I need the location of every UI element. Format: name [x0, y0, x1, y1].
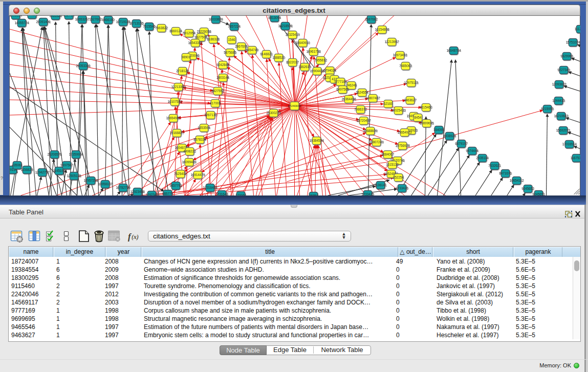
svg-text:12093822: 12093822 [552, 82, 567, 86]
svg-text:12213967: 12213967 [384, 40, 399, 43]
svg-text:8471676: 8471676 [499, 171, 512, 175]
svg-text:8938928: 8938928 [443, 134, 456, 138]
svg-text:14055724: 14055724 [14, 21, 29, 25]
svg-text:1145194: 1145194 [53, 169, 66, 172]
svg-text:7857224: 7857224 [228, 25, 241, 28]
svg-text:6497568: 6497568 [336, 87, 349, 91]
svg-text:1905314: 1905314 [10, 15, 22, 17]
svg-text:16914479: 16914479 [190, 173, 205, 177]
svg-text:16033809: 16033809 [208, 17, 223, 21]
svg-text:12942757: 12942757 [35, 170, 50, 174]
svg-text:1167533: 1167533 [570, 156, 580, 160]
svg-text:16210643: 16210643 [554, 114, 569, 118]
svg-text:12975115: 12975115 [404, 81, 418, 84]
svg-text:6879197: 6879197 [455, 142, 468, 145]
svg-text:2718126: 2718126 [176, 69, 189, 73]
svg-text:20364456: 20364456 [341, 97, 356, 101]
svg-text:16648784: 16648784 [446, 49, 461, 52]
svg-text:8427552: 8427552 [211, 89, 224, 93]
svg-text:1733425: 1733425 [361, 192, 374, 195]
svg-text:9397587: 9397587 [60, 163, 73, 167]
svg-text:6466160: 6466160 [102, 18, 115, 21]
svg-text:19654982: 19654982 [166, 116, 181, 120]
svg-text:25300273: 25300273 [266, 111, 281, 115]
svg-text:10688609: 10688609 [363, 129, 378, 133]
svg-text:2867608: 2867608 [235, 45, 248, 48]
svg-text:17359934: 17359934 [69, 152, 83, 156]
svg-text:16543382: 16543382 [188, 41, 203, 45]
svg-text:1065326: 1065326 [49, 15, 62, 17]
svg-text:9329966: 9329966 [560, 54, 573, 58]
svg-text:6794024: 6794024 [323, 69, 336, 72]
svg-text:1588520: 1588520 [272, 56, 285, 59]
svg-text:435061: 435061 [11, 163, 23, 167]
svg-text:1615132: 1615132 [386, 163, 399, 166]
svg-text:16154808: 16154808 [375, 28, 389, 31]
svg-text:23226058: 23226058 [197, 30, 211, 33]
svg-text:17316485: 17316485 [203, 186, 217, 189]
svg-text:2687682: 2687682 [365, 17, 378, 21]
svg-text:985779: 985779 [162, 192, 173, 195]
svg-text:62160: 62160 [383, 102, 393, 105]
svg-text:19756928: 19756928 [395, 144, 410, 147]
svg-text:8813094: 8813094 [268, 16, 281, 19]
svg-text:7986372: 7986372 [354, 107, 367, 111]
svg-text:96854: 96854 [309, 194, 318, 195]
svg-text:417006: 417006 [209, 101, 221, 105]
svg-text:3267130: 3267130 [204, 113, 217, 117]
svg-text:164095: 164095 [433, 128, 444, 132]
svg-text:9227349: 9227349 [557, 68, 570, 72]
svg-text:9463627: 9463627 [404, 98, 417, 102]
svg-text:10958107: 10958107 [98, 182, 113, 186]
svg-text:9245651: 9245651 [532, 192, 545, 195]
svg-text:19166827: 19166827 [169, 131, 184, 135]
svg-text:5912954: 5912954 [183, 31, 195, 35]
svg-text:8660124: 8660124 [169, 29, 182, 33]
svg-text:9327508: 9327508 [194, 35, 207, 39]
svg-text:1112384: 1112384 [574, 27, 580, 31]
svg-text:16713155: 16713155 [129, 21, 144, 25]
svg-text:8454749: 8454749 [246, 48, 258, 52]
svg-text:10653267: 10653267 [75, 17, 90, 21]
svg-text:2935114: 2935114 [476, 156, 489, 160]
svg-text:17957255: 17957255 [83, 179, 98, 182]
svg-text:1527602: 1527602 [89, 17, 102, 21]
svg-text:3624554: 3624554 [356, 91, 368, 94]
svg-text:9245652: 9245652 [521, 187, 534, 190]
svg-text:8454: 8454 [414, 116, 422, 119]
svg-text:8215955: 8215955 [541, 107, 554, 111]
svg-text:15692071: 15692071 [556, 128, 571, 132]
svg-text:152760: 152760 [63, 15, 74, 17]
svg-text:10719185: 10719185 [116, 20, 130, 24]
svg-text:1292348: 1292348 [145, 193, 158, 195]
svg-text:1733426: 1733426 [396, 186, 408, 190]
svg-text:9115460: 9115460 [420, 105, 432, 109]
svg-text:8322037: 8322037 [286, 60, 299, 64]
svg-text:15751074: 15751074 [565, 40, 580, 44]
svg-text:20053346: 20053346 [76, 64, 91, 68]
svg-text:19384554: 19384554 [309, 139, 324, 142]
svg-text:7485063: 7485063 [399, 64, 412, 68]
svg-text:10654112: 10654112 [509, 179, 524, 182]
svg-text:17016514: 17016514 [562, 142, 577, 146]
svg-text:12505135: 12505135 [67, 174, 81, 178]
svg-text:7632621: 7632621 [488, 164, 501, 167]
svg-text:10807487: 10807487 [365, 96, 380, 100]
svg-text:7663822: 7663822 [155, 26, 168, 30]
svg-text:1546: 1546 [228, 38, 235, 41]
svg-text:16782759: 16782759 [116, 186, 130, 189]
svg-text:10025433: 10025433 [391, 108, 406, 112]
svg-text:(x): (x) [132, 233, 139, 240]
svg-text:746246: 746246 [345, 83, 357, 87]
svg-text:7625402: 7625402 [174, 172, 187, 176]
svg-text:1731648: 1731648 [215, 192, 228, 195]
svg-text:1136141: 1136141 [374, 183, 387, 187]
svg-text:8578334: 8578334 [193, 138, 206, 141]
svg-text:10107552: 10107552 [167, 100, 182, 103]
svg-text:19654923: 19654923 [397, 130, 412, 134]
svg-text:209136: 209136 [26, 15, 37, 16]
svg-text:7515546: 7515546 [143, 25, 156, 28]
svg-text:9684067: 9684067 [381, 152, 394, 156]
svg-text:9146821: 9146821 [260, 52, 273, 56]
svg-text:12923488: 12923488 [130, 190, 145, 193]
